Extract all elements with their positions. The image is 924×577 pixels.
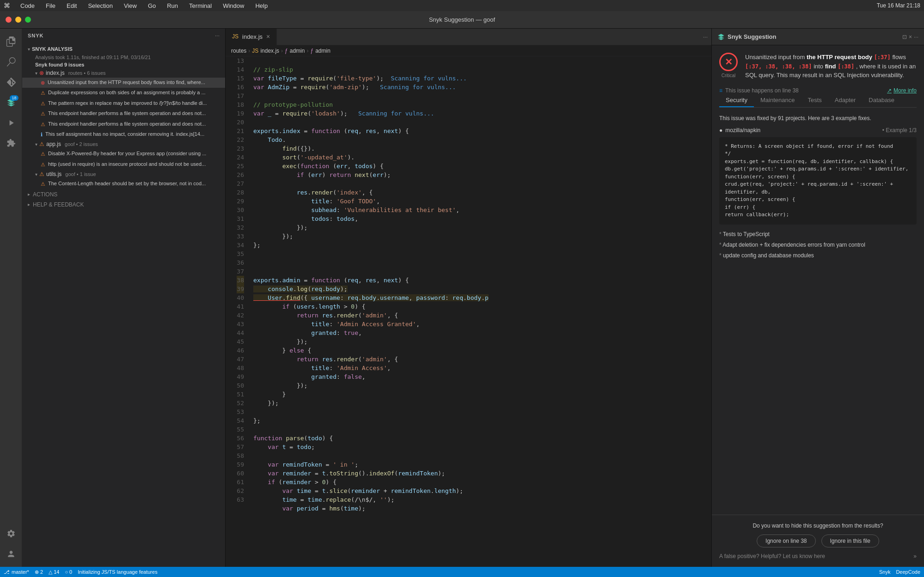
panel-more-icon[interactable]: ···	[914, 34, 918, 40]
help-section[interactable]: ▸ HELP & FEEDBACK	[22, 200, 225, 210]
breadcrumb-routes[interactable]: routes	[231, 48, 246, 54]
issue-item[interactable]: ⚠ http (used in require) is an insecure …	[22, 159, 225, 170]
activity-snyk[interactable]: 18	[2, 93, 20, 112]
issue-text: This endpoint handler performs a file sy…	[48, 121, 206, 128]
deepcode-label: DeepCode	[896, 569, 920, 575]
menu-view[interactable]: View	[121, 1, 140, 10]
snyk-analysis-header[interactable]: ▾ SNYK ANALYSIS	[22, 44, 225, 54]
menu-window[interactable]: Window	[220, 1, 247, 10]
sidebar-actions[interactable]: ···	[215, 32, 220, 39]
warning-count-text: △ 14	[49, 569, 59, 575]
app-container: 18 Snyk ···	[0, 29, 924, 567]
menu-selection[interactable]: Selection	[85, 1, 115, 10]
breadcrumb-admin2[interactable]: ƒ admin	[310, 48, 330, 54]
panel-split-icon[interactable]: ⊡	[902, 34, 907, 40]
issue-text: This endpoint handler performs a file sy…	[48, 110, 206, 117]
file-warn-icon: ⚠	[39, 171, 44, 177]
desc-source: the HTTP request body	[807, 54, 872, 61]
desc-before: Unsanitized input from	[745, 54, 807, 61]
desc-flows: flows	[892, 54, 906, 61]
tab-index-js[interactable]: JS index.js ×	[226, 29, 277, 45]
fix-header: ● mozilla/napkin • Example 1/3	[719, 127, 917, 134]
issue-item[interactable]: ⚠ The pattern regex in replace may be im…	[22, 98, 225, 109]
file-header-utils[interactable]: ▾ ⚠ utils.js goof • 1 issue	[22, 170, 225, 179]
issue-item[interactable]: ⊗ Unsanitized input from the HTTP reques…	[22, 78, 225, 88]
file-name-utils: utils.js	[46, 171, 61, 177]
chevron-down-icon: ▾	[28, 47, 30, 52]
window-maximize[interactable]	[25, 17, 31, 23]
menu-terminal[interactable]: Terminal	[186, 1, 214, 10]
file-header-app[interactable]: ▾ ⚠ app.js goof • 2 issues	[22, 140, 225, 149]
warn-icon: ⚠	[41, 110, 45, 117]
feedback-arrow-icon[interactable]: »	[913, 553, 917, 559]
feedback-text: A false positive? Helpful? Let us know h…	[719, 553, 825, 559]
actions-section[interactable]: ▸ ACTIONS	[22, 189, 225, 200]
panel-actions: ⊡ × ···	[902, 34, 918, 40]
issue-item[interactable]: ⚠ The Content-Length header should be se…	[22, 179, 225, 189]
func-icon: ƒ	[310, 48, 313, 54]
issue-item[interactable]: ⚠ This endpoint handler performs a file …	[22, 119, 225, 129]
panel-title-text: Snyk Suggestion	[728, 33, 776, 40]
warning-count[interactable]: △ 14	[49, 569, 59, 575]
activity-search[interactable]	[2, 53, 20, 71]
activity-extensions[interactable]	[2, 134, 20, 152]
tab-security[interactable]: Security	[719, 94, 754, 107]
more-info-button[interactable]: ↗ More info	[887, 87, 917, 94]
breadcrumb-sep: ›	[248, 48, 250, 54]
snyk-statusbar[interactable]: Snyk	[879, 569, 890, 575]
code-block: * Returns: A screen object if found, err…	[719, 137, 917, 225]
activity-run[interactable]	[2, 114, 20, 132]
issue-item[interactable]: ⚠ Duplicate expressions on both sides of…	[22, 88, 225, 98]
tab-adapter[interactable]: Adapter	[828, 94, 863, 107]
file-header-index[interactable]: ▾ ⊗ index.js routes • 6 issues	[22, 68, 225, 78]
panel-bottom: Do you want to hide this suggestion from…	[712, 515, 924, 567]
snyk-section: ▾ SNYK ANALYSIS Analysis took 1.11s, fin…	[22, 43, 225, 567]
issue-item[interactable]: ⚠ This endpoint handler performs a file …	[22, 109, 225, 119]
desc-code2: [:37, :38, :38, :38]	[745, 63, 812, 70]
example-counter: • Example 1/3	[882, 127, 917, 134]
issues-count: Snyk found 9 issues	[22, 61, 225, 68]
statusbar-left: ⎇ master* ⊗ 2 △ 14 ○ 0 Initializing JS/T…	[4, 569, 158, 575]
issue-item[interactable]: ℹ This self assignment has no impact, co…	[22, 129, 225, 140]
activity-settings[interactable]	[2, 524, 20, 543]
git-branch[interactable]: ⎇ master*	[4, 569, 29, 575]
hide-question: Do you want to hide this suggestion from…	[719, 522, 917, 529]
ignore-file-button[interactable]: Ignore in this file	[821, 534, 879, 547]
menu-code[interactable]: Code	[18, 1, 37, 10]
snyk-suggestion-panel: Snyk Suggestion ⊡ × ··· ✕ Critical Unsan…	[711, 29, 924, 567]
activity-account[interactable]	[2, 545, 20, 563]
severity-icon: ✕	[719, 53, 738, 71]
panel-header: Snyk Suggestion ⊡ × ···	[712, 29, 924, 45]
breadcrumb-indexjs[interactable]: JS index.js	[252, 48, 279, 54]
window-minimize[interactable]	[15, 17, 21, 23]
menu-help[interactable]: Help	[252, 1, 270, 10]
menu-go[interactable]: Go	[145, 1, 159, 10]
chevron-icon: ▾	[35, 71, 37, 76]
issue-description: Unsanitized input from the HTTP request …	[745, 53, 917, 80]
tab-database[interactable]: Database	[862, 94, 901, 107]
activity-git[interactable]	[2, 73, 20, 91]
activity-explorer[interactable]	[2, 32, 20, 51]
ignore-line-button[interactable]: Ignore on line 38	[757, 534, 815, 547]
error-count[interactable]: ⊗ 2	[35, 569, 43, 575]
action-buttons: Ignore on line 38 Ignore in this file	[719, 534, 917, 547]
tab-tests[interactable]: Tests	[801, 94, 828, 107]
tab-maintenance[interactable]: Maintenance	[754, 94, 801, 107]
apple-menu[interactable]: ⌘	[4, 2, 10, 9]
menu-edit[interactable]: Edit	[64, 1, 80, 10]
breadcrumb-admin1[interactable]: ƒ admin	[285, 48, 305, 54]
deepcode-statusbar[interactable]: DeepCode	[896, 569, 920, 575]
editor-more-actions[interactable]: ···	[703, 34, 711, 40]
issue-item[interactable]: ⚠ Disable X-Powered-By header for your E…	[22, 149, 225, 159]
menu-file[interactable]: File	[43, 1, 58, 10]
fix-note-2: Adapt deletion + fix dependencies errors…	[719, 241, 917, 249]
menu-run[interactable]: Run	[164, 1, 181, 10]
info-count[interactable]: ○ 0	[65, 569, 72, 575]
code-editor[interactable]: 13 14 15 16 17 18 19 20 21 22 23 24 25 2…	[226, 56, 711, 567]
panel-close-icon[interactable]: ×	[909, 34, 912, 40]
panel-title: Snyk Suggestion	[717, 33, 776, 41]
window-close[interactable]	[6, 17, 12, 23]
repo-name: mozilla/napkin	[725, 127, 760, 134]
tab-close-icon[interactable]: ×	[266, 33, 270, 40]
init-status: Initializing JS/TS language features	[78, 569, 157, 575]
